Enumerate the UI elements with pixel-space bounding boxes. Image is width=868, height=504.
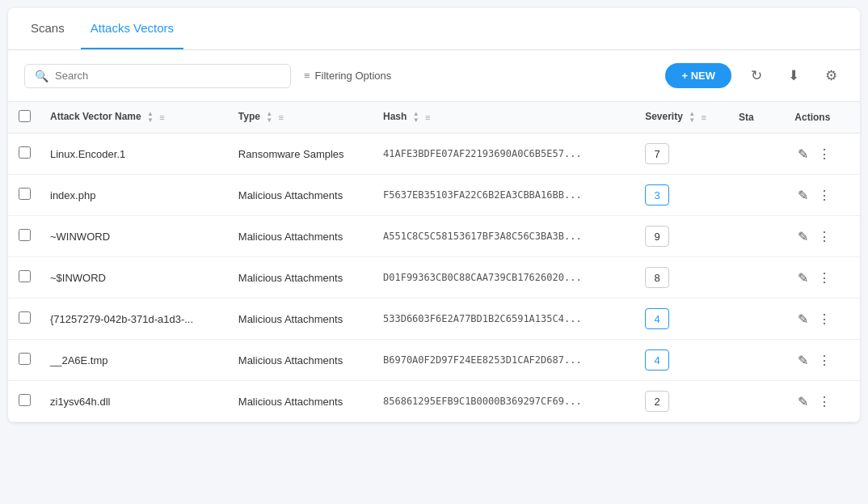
tab-bar: Scans Attacks Vectors	[8, 8, 860, 50]
edit-button[interactable]: ✎	[794, 392, 811, 411]
row-checkbox[interactable]	[19, 311, 31, 324]
select-all-checkbox[interactable]	[19, 110, 31, 122]
header-checkbox-cell	[8, 102, 40, 133]
row-checkbox-cell	[8, 381, 40, 422]
edit-button[interactable]: ✎	[794, 269, 811, 287]
row-actions: ✎ ⋮	[785, 299, 860, 340]
edit-button[interactable]: ✎	[794, 145, 811, 163]
more-button[interactable]: ⋮	[815, 145, 834, 163]
type-filter-icon[interactable]: ≡	[279, 112, 284, 122]
row-name: ~WINWORD	[40, 216, 229, 257]
severity-badge: 8	[645, 267, 669, 288]
row-checkbox[interactable]	[19, 394, 31, 406]
table-row: zi1ysv64h.dll Malicious Attachments 8568…	[8, 381, 860, 422]
row-type: Malicious Attachments	[229, 381, 373, 422]
filter-label: Filtering Options	[315, 70, 392, 82]
row-type: Malicious Attachments	[229, 216, 373, 257]
row-severity: 4	[635, 299, 729, 340]
header-severity: Severity ▲▼ ≡	[635, 102, 729, 133]
more-button[interactable]: ⋮	[815, 392, 834, 411]
row-actions: ✎ ⋮	[785, 381, 860, 422]
table-row: index.php Malicious Attachments F5637EB3…	[8, 175, 860, 216]
row-checkbox[interactable]	[19, 188, 31, 200]
row-hash: 533D6603F6E2A77BD1B2C6591A135C4...	[373, 299, 635, 340]
table-row: ~$INWORD Malicious Attachments D01F99363…	[8, 257, 860, 299]
row-actions: ✎ ⋮	[785, 175, 860, 216]
row-checkbox[interactable]	[19, 353, 31, 365]
more-button[interactable]: ⋮	[815, 269, 834, 287]
row-status	[729, 175, 785, 216]
edit-button[interactable]: ✎	[794, 227, 811, 246]
row-hash: B6970A0F2D97F24EE8253D1CAF2D687...	[373, 340, 635, 381]
row-status	[729, 299, 785, 340]
new-button[interactable]: + NEW	[665, 63, 731, 88]
row-status	[729, 257, 785, 299]
severity-badge: 7	[645, 143, 669, 164]
row-name: zi1ysv64h.dll	[40, 381, 229, 422]
row-severity: 9	[635, 216, 729, 257]
filter-icon: ≡	[304, 70, 310, 82]
row-actions: ✎ ⋮	[785, 133, 860, 175]
search-input[interactable]	[55, 70, 280, 82]
severity-filter-icon[interactable]: ≡	[701, 112, 706, 122]
row-checkbox-cell	[8, 175, 40, 216]
row-severity: 2	[635, 381, 729, 422]
more-button[interactable]: ⋮	[815, 227, 834, 246]
more-button[interactable]: ⋮	[815, 186, 834, 205]
row-actions: ✎ ⋮	[785, 340, 860, 381]
severity-badge: 3	[645, 184, 669, 205]
row-checkbox[interactable]	[19, 146, 31, 159]
row-actions: ✎ ⋮	[785, 216, 860, 257]
refresh-button[interactable]: ↻	[744, 64, 769, 87]
row-status	[729, 340, 785, 381]
row-status	[729, 133, 785, 175]
table-row: ~WINWORD Malicious Attachments A551C8C5C…	[8, 216, 860, 257]
row-hash: 856861295EFB9C1B0000B369297CF69...	[373, 381, 635, 422]
severity-badge: 4	[645, 308, 669, 329]
row-status	[729, 381, 785, 422]
more-button[interactable]: ⋮	[815, 351, 834, 370]
header-name: Attack Vector Name ▲▼ ≡	[40, 102, 229, 133]
edit-button[interactable]: ✎	[794, 186, 811, 205]
row-type: Ransomware Samples	[229, 133, 373, 175]
name-filter-icon[interactable]: ≡	[159, 112, 164, 122]
table-row: __2A6E.tmp Malicious Attachments B6970A0…	[8, 340, 860, 381]
main-container: Scans Attacks Vectors 🔍 ≡ Filtering Opti…	[8, 8, 860, 422]
header-actions: Actions	[785, 102, 860, 133]
download-button[interactable]: ⬇	[782, 64, 806, 87]
table-wrap: Attack Vector Name ▲▼ ≡ Type ▲▼ ≡	[8, 101, 860, 422]
row-checkbox-cell	[8, 257, 40, 299]
table-row: {71257279-042b-371d-a1d3-... Malicious A…	[8, 299, 860, 340]
row-checkbox[interactable]	[19, 229, 31, 241]
search-icon: 🔍	[35, 70, 48, 83]
settings-button[interactable]: ⚙	[819, 64, 844, 87]
edit-button[interactable]: ✎	[794, 310, 811, 328]
tab-scans[interactable]: Scans	[21, 8, 74, 49]
row-checkbox-cell	[8, 133, 40, 175]
row-hash: D01F99363CB0C88CAA739CB17626020...	[373, 257, 635, 299]
row-checkbox[interactable]	[19, 270, 31, 282]
search-box: 🔍	[24, 64, 291, 88]
header-type: Type ▲▼ ≡	[229, 102, 373, 133]
tab-attacks-vectors[interactable]: Attacks Vectors	[81, 8, 183, 49]
name-sort-icon[interactable]: ▲▼	[147, 111, 154, 124]
hash-sort-icon[interactable]: ▲▼	[413, 111, 419, 124]
severity-sort-icon[interactable]: ▲▼	[689, 111, 695, 124]
filter-button[interactable]: ≡ Filtering Options	[304, 70, 391, 82]
edit-button[interactable]: ✎	[794, 351, 811, 370]
row-severity: 4	[635, 340, 729, 381]
header-status: Sta	[729, 102, 785, 133]
more-button[interactable]: ⋮	[815, 310, 834, 328]
toolbar: 🔍 ≡ Filtering Options + NEW ↻ ⬇ ⚙	[8, 50, 860, 101]
row-name: {71257279-042b-371d-a1d3-...	[40, 299, 229, 340]
row-hash: A551C8C5C58153617BF3A8C56C3BA3B...	[373, 216, 635, 257]
row-name: ~$INWORD	[40, 257, 229, 299]
type-sort-icon[interactable]: ▲▼	[266, 111, 272, 124]
row-checkbox-cell	[8, 216, 40, 257]
row-type: Malicious Attachments	[229, 175, 373, 216]
row-name: __2A6E.tmp	[40, 340, 229, 381]
row-checkbox-cell	[8, 299, 40, 340]
row-checkbox-cell	[8, 340, 40, 381]
hash-filter-icon[interactable]: ≡	[425, 112, 430, 122]
row-severity: 3	[635, 175, 729, 216]
